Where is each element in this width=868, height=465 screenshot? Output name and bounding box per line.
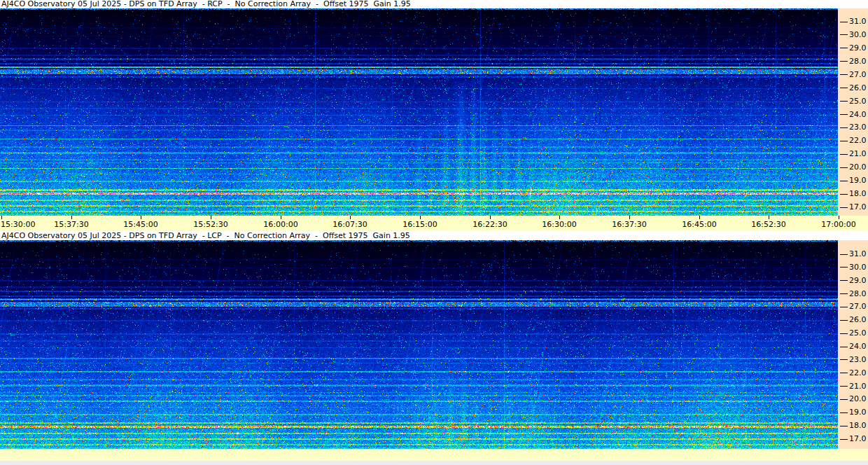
freq-tick <box>840 426 848 426</box>
time-tick-label: 15:30:00 <box>1 221 35 229</box>
freq-tick-label: 21.0 <box>849 382 867 391</box>
time-tick <box>71 216 72 219</box>
time-tick-label: 16:37:30 <box>612 221 646 229</box>
freq-tick <box>840 412 848 413</box>
freq-tick <box>840 127 848 128</box>
spectrogram-lcp <box>0 240 838 449</box>
freq-tick <box>840 181 848 181</box>
footer-strip <box>0 461 868 465</box>
freq-tick <box>840 333 848 334</box>
panel-rcp: AJ4CO Observatory 05 Jul 2025 - DPS on T… <box>0 0 868 231</box>
freq-tick-label: 22.0 <box>849 369 867 377</box>
freq-tick-label: 29.0 <box>849 277 867 285</box>
freq-tick <box>840 207 848 208</box>
time-tick <box>211 216 211 219</box>
freq-tick <box>840 88 848 88</box>
time-tick-label: 16:00:00 <box>263 221 298 229</box>
time-tick <box>141 216 141 219</box>
freq-tick-label: 26.0 <box>849 316 867 324</box>
time-tick-label: 16:45:00 <box>682 221 716 229</box>
freq-tick-label: 22.0 <box>849 137 867 145</box>
time-tick <box>281 216 281 219</box>
freq-tick-label: 17.0 <box>849 435 867 443</box>
freq-tick-label: 28.0 <box>849 57 867 66</box>
time-tick <box>490 216 491 219</box>
time-tick-label: 15:37:30 <box>54 221 88 229</box>
time-tick <box>420 216 421 219</box>
freq-tick <box>840 61 848 62</box>
freq-tick <box>840 34 848 35</box>
freq-tick-label: 19.0 <box>849 408 867 417</box>
freq-tick <box>840 320 848 321</box>
freq-tick <box>840 114 848 115</box>
time-axis-cropped <box>0 449 868 461</box>
time-tick <box>350 216 351 219</box>
freq-axis-lcp: 31.030.029.028.027.026.025.024.023.022.0… <box>838 240 868 449</box>
freq-tick <box>840 74 848 75</box>
freq-tick-label: 18.0 <box>849 190 867 198</box>
time-tick-label: 15:52:30 <box>193 221 227 229</box>
freq-tick-label: 20.0 <box>849 395 867 403</box>
time-tick <box>699 216 700 219</box>
time-tick-label: 16:30:00 <box>542 221 576 229</box>
freq-tick-label: 23.0 <box>849 356 867 364</box>
freq-tick-label: 29.0 <box>849 44 867 53</box>
freq-tick-label: 25.0 <box>849 97 867 106</box>
time-tick <box>1 216 2 219</box>
freq-tick <box>840 22 848 22</box>
panel-rcp-plot-row: 31.030.029.028.027.026.025.024.023.022.0… <box>0 8 868 216</box>
freq-tick-label: 30.0 <box>849 263 867 272</box>
freq-tick-label: 31.0 <box>849 18 867 26</box>
spectrogram-rcp <box>0 8 838 216</box>
freq-tick <box>840 386 848 387</box>
freq-tick-label: 30.0 <box>849 31 867 39</box>
freq-tick-label: 31.0 <box>849 250 867 258</box>
freq-tick <box>840 154 848 155</box>
time-tick <box>629 216 630 219</box>
time-tick <box>839 216 839 219</box>
freq-tick <box>840 439 848 440</box>
spectrograph-screen: AJ4CO Observatory 05 Jul 2025 - DPS on T… <box>0 0 868 465</box>
freq-tick <box>840 373 848 373</box>
freq-tick <box>840 101 848 102</box>
freq-axis-rcp: 31.030.029.028.027.026.025.024.023.022.0… <box>838 8 868 216</box>
freq-tick <box>840 254 848 255</box>
time-tick <box>769 216 769 219</box>
time-tick <box>559 216 560 219</box>
freq-tick <box>840 307 848 307</box>
freq-tick-label: 27.0 <box>849 303 867 311</box>
freq-tick-label: 24.0 <box>849 342 867 351</box>
time-tick-label: 16:52:30 <box>751 221 785 229</box>
panel-rcp-title: AJ4CO Observatory 05 Jul 2025 - DPS on T… <box>0 0 868 8</box>
freq-tick-label: 20.0 <box>849 163 867 172</box>
freq-tick <box>840 293 848 294</box>
freq-tick-label: 23.0 <box>849 123 867 132</box>
freq-tick <box>840 347 848 347</box>
freq-tick-label: 21.0 <box>849 150 867 158</box>
freq-tick-label: 28.0 <box>849 290 867 298</box>
freq-tick-label: 17.0 <box>849 203 867 211</box>
freq-tick <box>840 167 848 168</box>
freq-tick <box>840 194 848 195</box>
freq-tick <box>840 48 848 48</box>
freq-tick <box>840 141 848 141</box>
freq-tick-label: 26.0 <box>849 84 867 92</box>
panel-lcp: AJ4CO Observatory 05 Jul 2025 - DPS on T… <box>0 231 868 465</box>
freq-tick-label: 27.0 <box>849 71 867 79</box>
freq-tick-label: 24.0 <box>849 111 867 119</box>
time-tick-label: 16:22:30 <box>472 221 507 229</box>
time-tick-label: 17:00:00 <box>821 221 855 229</box>
time-axis: 15:30:0015:37:3015:45:0015:52:3016:00:00… <box>0 216 868 231</box>
freq-tick-label: 25.0 <box>849 329 867 338</box>
time-tick-label: 16:07:30 <box>332 221 367 229</box>
freq-tick <box>840 267 848 268</box>
freq-tick <box>840 399 848 400</box>
panel-lcp-title: AJ4CO Observatory 05 Jul 2025 - DPS on T… <box>0 231 868 240</box>
freq-tick <box>840 359 848 360</box>
time-tick-label: 15:45:00 <box>123 221 158 229</box>
panel-lcp-plot-row: 31.030.029.028.027.026.025.024.023.022.0… <box>0 240 868 449</box>
freq-tick-label: 18.0 <box>849 422 867 430</box>
time-tick-label: 16:15:00 <box>402 221 437 229</box>
freq-tick-label: 19.0 <box>849 176 867 185</box>
freq-tick <box>840 280 848 281</box>
